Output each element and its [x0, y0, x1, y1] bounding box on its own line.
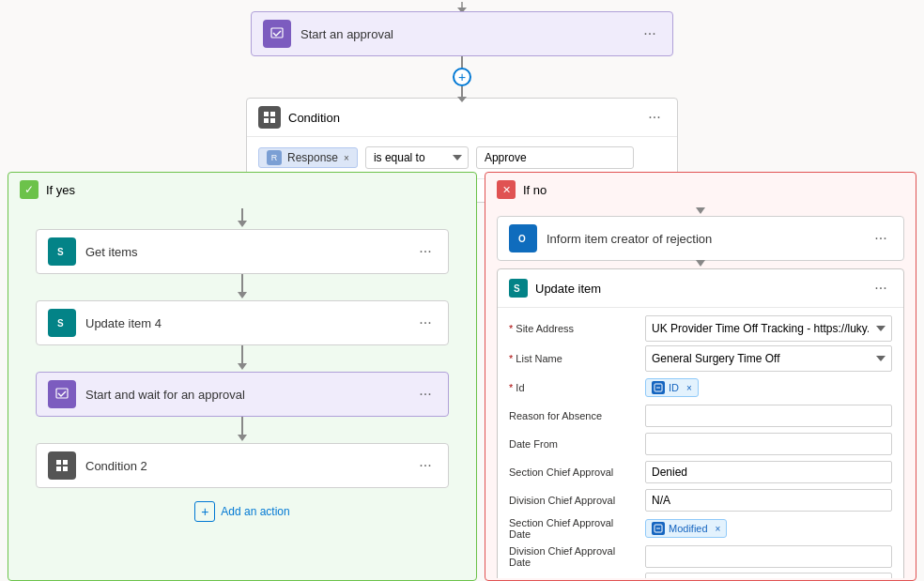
add-step-btn[interactable]: +	[453, 68, 471, 86]
division-chief-date-input[interactable]	[645, 545, 892, 568]
approval-menu-btn[interactable]: ···	[639, 23, 661, 45]
response-chip[interactable]: R Response ×	[258, 147, 358, 168]
site-address-select[interactable]: UK Provider Time Off Tracking - https://…	[645, 315, 892, 342]
provider-claims-row: Provider Claims	[509, 573, 892, 578]
list-name-select[interactable]: General Surgery Time Off	[645, 345, 892, 372]
svg-rect-4	[270, 112, 275, 116]
id-chip[interactable]: ID ×	[645, 378, 699, 397]
inform-rejection-card[interactable]: O Inform item creator of rejection ···	[497, 216, 904, 261]
site-address-value: UK Provider Time Off Tracking - https://…	[645, 315, 892, 342]
start-wait-approval-label: Start and wait for an approval	[85, 388, 414, 402]
svg-rect-13	[63, 466, 68, 471]
division-chief-date-value	[645, 545, 892, 568]
response-chip-icon: R	[267, 150, 282, 165]
division-chief-input[interactable]	[645, 489, 892, 512]
division-chief-row: Division Chief Approval	[509, 488, 892, 512]
condition-icon	[258, 106, 281, 129]
branch-no-header: ✕ If no	[485, 173, 916, 206]
branch-no: ✕ If no O Inform item creator of rejecti…	[485, 172, 916, 581]
update-item-4-icon: S	[48, 309, 76, 337]
update-item-menu[interactable]: ···	[870, 277, 892, 299]
get-items-icon: S	[48, 237, 76, 266]
list-name-label: List Name	[509, 353, 645, 364]
inform-rejection-menu[interactable]: ···	[870, 227, 892, 250]
section-chief-value	[645, 461, 892, 483]
svg-text:O: O	[518, 234, 526, 244]
section-chief-row: Section Chief Approval	[509, 460, 892, 484]
update-item-4-menu[interactable]: ···	[414, 312, 437, 334]
division-chief-label: Division Chief Approval	[509, 495, 645, 506]
condition-2-icon	[48, 451, 76, 480]
list-name-value: General Surgery Time Off	[645, 345, 892, 372]
svg-rect-2	[271, 28, 283, 38]
start-wait-approval-icon	[48, 380, 76, 408]
condition-2-label: Condition 2	[85, 459, 414, 473]
branch-yes-title: If yes	[46, 183, 75, 197]
svg-text:S: S	[514, 283, 520, 294]
id-label: Id	[509, 382, 645, 393]
check-icon: ✓	[20, 180, 38, 199]
section-chief-date-label: Section Chief Approval Date	[509, 517, 645, 540]
date-from-row: Date From	[509, 432, 892, 456]
reason-input[interactable]	[645, 405, 892, 427]
section-chief-date-row: Section Chief Approval Date Modified ×	[509, 516, 892, 541]
svg-rect-10	[56, 460, 61, 465]
approval-icon	[263, 20, 291, 48]
get-items-label: Get items	[85, 245, 414, 259]
division-chief-date-label: Division Chief Approval Date	[509, 545, 645, 568]
update-item-card: S Update item ··· Site Address UK Provid…	[497, 268, 904, 578]
start-wait-approval-menu[interactable]: ···	[414, 383, 437, 405]
condition-menu-btn[interactable]: ···	[643, 106, 666, 129]
condition-header: Condition ···	[247, 99, 677, 137]
reason-value	[645, 405, 892, 427]
division-chief-date-row: Division Chief Approval Date	[509, 544, 892, 569]
modified-chip[interactable]: Modified ×	[645, 519, 727, 538]
svg-rect-6	[270, 118, 275, 123]
update-item-4-card[interactable]: S Update item 4 ···	[36, 300, 449, 345]
modified-chip-close[interactable]: ×	[716, 524, 721, 534]
id-value: ID ×	[645, 378, 892, 397]
response-chip-close[interactable]: ×	[344, 153, 349, 163]
add-action-btn[interactable]: + Add an action	[185, 496, 299, 527]
id-row: Id ID ×	[509, 375, 892, 400]
date-from-label: Date From	[509, 438, 645, 450]
provider-claims-select[interactable]	[645, 573, 892, 578]
id-chip-close[interactable]: ×	[686, 383, 692, 393]
branch-yes: ✓ If yes S Get items ···	[8, 172, 477, 581]
get-items-card[interactable]: S Get items ···	[36, 229, 449, 274]
add-action-icon: +	[194, 501, 215, 522]
start-approval-label: Start an approval	[300, 27, 639, 41]
svg-rect-9	[56, 389, 68, 398]
section-chief-date-value: Modified ×	[645, 519, 892, 538]
condition-operator-select[interactable]: is equal to	[365, 146, 469, 169]
branch-yes-header: ✓ If yes	[8, 173, 476, 206]
update-item-title: Update item	[535, 282, 870, 296]
x-icon: ✕	[497, 180, 516, 199]
section-chief-label: Section Chief Approval	[509, 466, 645, 478]
update-item-header: S Update item ···	[498, 269, 903, 308]
reason-row: Reason for Absence	[509, 404, 892, 428]
condition-value-input[interactable]	[476, 146, 634, 169]
condition-2-menu[interactable]: ···	[414, 454, 437, 477]
section-chief-input[interactable]	[645, 461, 892, 483]
svg-text:S: S	[57, 318, 64, 329]
list-name-row: List Name General Surgery Time Off	[509, 345, 892, 372]
start-wait-approval-card[interactable]: Start and wait for an approval ···	[36, 372, 449, 417]
date-from-input[interactable]	[645, 433, 892, 455]
svg-rect-5	[264, 118, 269, 123]
division-chief-value	[645, 489, 892, 512]
svg-text:S: S	[57, 247, 64, 257]
condition-2-card[interactable]: Condition 2 ···	[36, 443, 449, 488]
start-approval-card[interactable]: Start an approval ···	[251, 11, 673, 56]
date-from-value	[645, 433, 892, 455]
reason-label: Reason for Absence	[509, 410, 645, 421]
branch-no-title: If no	[523, 183, 547, 197]
get-items-menu[interactable]: ···	[414, 240, 437, 263]
svg-rect-3	[264, 112, 269, 116]
update-item-form-body: Site Address UK Provider Time Off Tracki…	[498, 308, 903, 578]
update-item-icon: S	[509, 279, 528, 298]
update-item-4-label: Update item 4	[85, 316, 414, 330]
svg-rect-12	[56, 466, 61, 471]
id-chip-icon	[652, 381, 665, 394]
condition-label: Condition	[288, 111, 643, 125]
